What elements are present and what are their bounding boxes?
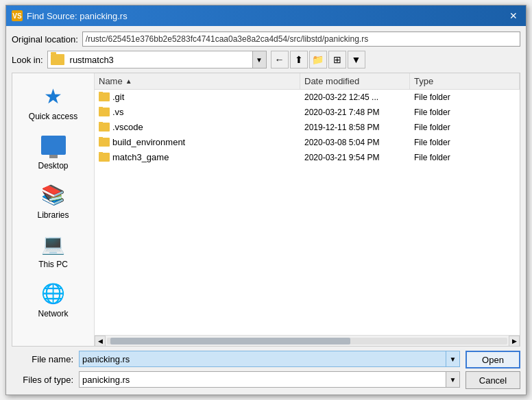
files-of-type-label: Files of type: bbox=[12, 375, 73, 385]
file-name-input[interactable] bbox=[80, 354, 446, 364]
original-location-row: Original location: bbox=[12, 32, 520, 47]
new-folder-button[interactable]: 📁 bbox=[309, 51, 327, 68]
main-area: ★ Quick access Desktop 📚 bbox=[12, 73, 520, 347]
table-row[interactable]: .git 2020-03-22 12:45 ... File folder bbox=[95, 90, 520, 105]
view-button[interactable]: ⊞ bbox=[328, 51, 346, 68]
sidebar: ★ Quick access Desktop 📚 bbox=[12, 73, 95, 346]
file-date-cell: 2020-03-21 7:48 PM bbox=[300, 108, 410, 117]
title-bar: VS Find Source: panicking.rs ✕ bbox=[6, 5, 526, 26]
folder-icon bbox=[99, 138, 110, 147]
sidebar-item-this-pc[interactable]: 💻 This PC bbox=[12, 227, 94, 273]
sidebar-item-desktop[interactable]: Desktop bbox=[12, 128, 94, 175]
table-row[interactable]: build_environment 2020-03-08 5:04 PM Fil… bbox=[95, 135, 520, 150]
file-date-cell: 2020-03-21 9:54 PM bbox=[300, 153, 410, 162]
open-button[interactable]: Open bbox=[466, 351, 520, 368]
action-buttons: Open Cancel bbox=[466, 351, 520, 389]
file-type-cell: File folder bbox=[410, 108, 520, 117]
file-list-header: Name ▲ Date modified Type bbox=[95, 73, 520, 90]
sidebar-item-libraries[interactable]: 📚 Libraries bbox=[12, 177, 94, 224]
look-in-row: Look in: rustmatch3 ▼ ← ⬆ 📁 ⊞ ▼ bbox=[12, 51, 520, 68]
quick-access-icon: ★ bbox=[38, 83, 69, 109]
file-name-row: File name: ▼ bbox=[12, 351, 460, 367]
file-name-cell: build_environment bbox=[95, 137, 300, 147]
file-date-cell: 2019-12-11 8:58 PM bbox=[300, 123, 410, 132]
sidebar-item-quick-access[interactable]: ★ Quick access bbox=[12, 79, 94, 125]
network-label: Network bbox=[38, 309, 68, 318]
toolbar-buttons: ← ⬆ 📁 ⊞ ▼ bbox=[271, 51, 365, 68]
horizontal-scrollbar[interactable]: ◀ ▶ bbox=[95, 335, 520, 346]
view-dropdown-button[interactable]: ▼ bbox=[348, 51, 365, 68]
desktop-icon bbox=[38, 132, 69, 158]
column-header-name[interactable]: Name ▲ bbox=[95, 73, 300, 89]
file-name-label: File name: bbox=[12, 354, 73, 364]
file-type-cell: File folder bbox=[410, 153, 520, 162]
folder-icon bbox=[99, 153, 110, 162]
folder-icon bbox=[99, 123, 110, 132]
folder-icon bbox=[99, 92, 110, 101]
scroll-left-arrow[interactable]: ◀ bbox=[95, 336, 106, 347]
up-button[interactable]: ⬆ bbox=[290, 51, 308, 68]
original-location-label: Original location: bbox=[12, 34, 78, 45]
file-name-cell: .vs bbox=[95, 107, 300, 117]
quick-access-label: Quick access bbox=[29, 112, 77, 121]
look-in-text: rustmatch3 bbox=[67, 55, 252, 65]
this-pc-label: This PC bbox=[38, 260, 68, 269]
desktop-label: Desktop bbox=[38, 161, 68, 171]
look-in-folder-icon bbox=[51, 54, 64, 65]
files-of-type-input[interactable] bbox=[80, 375, 446, 385]
dialog-icon: VS bbox=[12, 10, 23, 21]
file-list-area: Name ▲ Date modified Type .g bbox=[95, 73, 520, 346]
file-date-cell: 2020-03-08 5:04 PM bbox=[300, 138, 410, 147]
bottom-fields: File name: ▼ Files of type: ▼ bbox=[12, 351, 460, 388]
file-name-cell: .git bbox=[95, 92, 300, 102]
file-type-cell: File folder bbox=[410, 123, 520, 132]
scroll-thumb[interactable] bbox=[110, 338, 350, 345]
this-pc-icon: 💻 bbox=[38, 231, 69, 257]
scroll-track[interactable] bbox=[107, 338, 507, 345]
original-location-input[interactable] bbox=[82, 32, 520, 47]
file-type-cell: File folder bbox=[410, 92, 520, 102]
sort-arrow: ▲ bbox=[125, 77, 132, 85]
file-type-cell: File folder bbox=[410, 138, 520, 147]
libraries-label: Libraries bbox=[37, 210, 69, 220]
dialog-content: Original location: Look in: rustmatch3 ▼… bbox=[6, 26, 526, 395]
table-row[interactable]: match3_game 2020-03-21 9:54 PM File fold… bbox=[95, 150, 520, 165]
sidebar-item-network[interactable]: 🌐 Network bbox=[12, 276, 94, 323]
table-row[interactable]: .vs 2020-03-21 7:48 PM File folder bbox=[95, 105, 520, 120]
file-list: .git 2020-03-22 12:45 ... File folder .v… bbox=[95, 90, 520, 335]
find-source-dialog: VS Find Source: panicking.rs ✕ Original … bbox=[5, 5, 527, 395]
network-icon: 🌐 bbox=[38, 280, 69, 306]
look-in-dropdown[interactable]: rustmatch3 ▼ bbox=[47, 51, 267, 68]
files-of-type-dropdown-arrow[interactable]: ▼ bbox=[446, 372, 459, 387]
cancel-button[interactable]: Cancel bbox=[466, 371, 520, 389]
scroll-right-arrow[interactable]: ▶ bbox=[509, 336, 520, 347]
dialog-title: Find Source: panicking.rs bbox=[27, 11, 128, 21]
table-row[interactable]: .vscode 2019-12-11 8:58 PM File folder bbox=[95, 120, 520, 135]
title-bar-left: VS Find Source: panicking.rs bbox=[12, 10, 128, 21]
look-in-arrow[interactable]: ▼ bbox=[252, 51, 266, 68]
files-of-type-row: Files of type: ▼ bbox=[12, 371, 460, 388]
file-name-dropdown-arrow[interactable]: ▼ bbox=[446, 351, 459, 366]
file-name-cell: match3_game bbox=[95, 152, 300, 162]
column-header-date[interactable]: Date modified bbox=[300, 73, 410, 89]
look-in-label: Look in: bbox=[12, 55, 43, 65]
file-name-cell: .vscode bbox=[95, 122, 300, 132]
file-name-input-wrap: ▼ bbox=[79, 351, 460, 367]
libraries-icon: 📚 bbox=[38, 182, 69, 208]
files-of-type-input-wrap: ▼ bbox=[79, 371, 460, 388]
back-button[interactable]: ← bbox=[271, 51, 289, 68]
folder-icon bbox=[99, 108, 110, 116]
close-button[interactable]: ✕ bbox=[507, 9, 520, 23]
column-header-type[interactable]: Type bbox=[410, 73, 520, 89]
bottom-section: File name: ▼ Files of type: ▼ Open bbox=[12, 351, 520, 389]
file-date-cell: 2020-03-22 12:45 ... bbox=[300, 92, 410, 102]
